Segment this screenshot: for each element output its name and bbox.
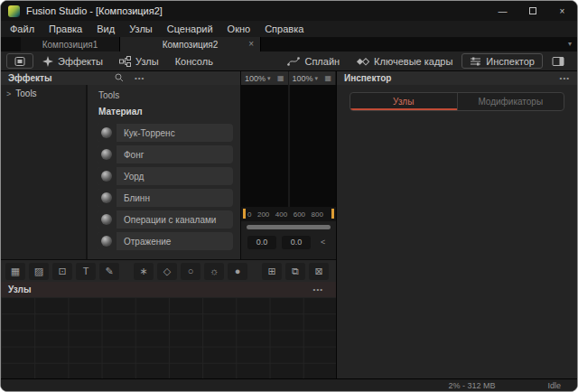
color-tool-icon[interactable]: ● <box>228 263 247 280</box>
tools-section-label: Материал <box>97 107 233 124</box>
tools-list-item-label: Фонг <box>117 150 144 160</box>
nodes-toolbar-button[interactable]: Узлы <box>112 53 166 69</box>
spline-toolbar-button[interactable]: Сплайн <box>280 53 347 69</box>
timeline-ruler[interactable]: 0200400600800 <box>241 207 336 221</box>
tab-close-icon[interactable]: × <box>248 40 254 49</box>
menu-item-4[interactable]: Узлы <box>122 23 160 34</box>
render-state-label: Idle <box>547 381 561 390</box>
window-controls: — × <box>488 1 577 21</box>
tools-list-item[interactable]: Фонг <box>97 145 233 163</box>
nodes-graph-icon <box>119 56 131 67</box>
render-range-start-marker[interactable] <box>243 209 246 219</box>
viewer-left-zoom-select[interactable]: 100% <box>245 74 266 83</box>
menu-item-2[interactable]: Правка <box>42 23 89 34</box>
layers-tool-icon-glyph: ⧉ <box>292 266 299 277</box>
menu-item-3[interactable]: Вид <box>89 23 122 34</box>
tools-list-item[interactable]: Блинн <box>97 189 233 207</box>
sphere-glyph <box>101 149 112 160</box>
console-toolbar-button[interactable]: Консоль <box>168 53 220 69</box>
composition-tab-1[interactable]: Композиция1 <box>21 37 120 51</box>
effects-panel: Эффекты ••• > Tools <box>1 71 240 259</box>
viewer-right-zoom-select[interactable]: 100% <box>293 74 313 83</box>
menu-item-7[interactable]: Справка <box>257 23 311 34</box>
text-tool-icon[interactable]: T <box>76 263 96 280</box>
tools-list-item-label: Отражение <box>117 237 171 247</box>
sphere-glyph <box>101 192 112 203</box>
viewer-headers: 100% ▾ ▦ 100% ▾ ▦ <box>241 71 336 85</box>
tools-list-item-label: Кук-Торренс <box>117 128 175 138</box>
close-icon: × <box>560 6 565 16</box>
end-time-field[interactable]: 0.0 <box>282 236 311 249</box>
tools-list-item[interactable]: Отражение <box>97 232 233 250</box>
chevron-right-icon: > <box>6 89 11 98</box>
transform-tool-icon-glyph: ⊠ <box>314 266 322 277</box>
tab-bar: Композиция1Композиция2× ▾ <box>1 37 577 51</box>
inspector-toolbar-button[interactable]: Инспектор <box>461 53 543 69</box>
material-sphere-icon <box>97 210 117 229</box>
tab-strip: Композиция1Композиция2× <box>21 37 261 51</box>
media-tool-icon[interactable]: ⊡ <box>52 263 72 280</box>
effects-toolbar-button[interactable]: Эффекты <box>35 53 110 69</box>
menu-item-1[interactable]: Файл <box>3 23 42 34</box>
viewer-right-options-icon[interactable]: ▦ <box>324 74 331 82</box>
tools-list-item[interactable]: Кук-Торренс <box>97 124 233 142</box>
viewer-right-canvas[interactable] <box>288 85 337 207</box>
status-bar: 2% - 312 MB Idle <box>1 378 577 391</box>
material-sphere-icon <box>97 189 117 207</box>
tools-list-item[interactable]: Операции с каналами <box>97 210 233 229</box>
particles-tool-icon[interactable]: ∗ <box>134 263 154 280</box>
particles-tool-icon-glyph: ∗ <box>139 266 147 277</box>
effects-panel-body: > Tools Tools Материал Кук-ТорренсФонгУо… <box>1 85 240 259</box>
polygon-mask-tool-icon[interactable]: ◇ <box>157 263 177 280</box>
keyframes-diamond-icon <box>356 56 369 67</box>
menu-item-5[interactable]: Сценарий <box>160 23 220 34</box>
render-range-end-marker[interactable] <box>331 209 334 219</box>
material-sphere-icon <box>97 124 117 142</box>
current-time-field[interactable]: 0.0 <box>247 236 276 249</box>
tools-list-item[interactable]: Уорд <box>97 167 233 185</box>
inspector-tabs: УзлыМодификаторы <box>350 92 564 111</box>
composition-tab-2[interactable]: Композиция2× <box>120 37 261 51</box>
viewer-left-options-icon[interactable]: ▦ <box>277 74 284 82</box>
nodes-menu-dots-icon[interactable]: ••• <box>313 285 329 294</box>
minimize-button[interactable]: — <box>488 1 517 21</box>
effects-menu-dots-icon[interactable]: ••• <box>135 74 144 82</box>
inspector-toolbar-label: Инспектор <box>486 56 535 67</box>
merge-tool-icon[interactable]: ⊞ <box>262 263 282 280</box>
menu-item-6[interactable]: Окно <box>220 23 258 34</box>
viewer-left-canvas[interactable] <box>241 85 288 207</box>
search-icon[interactable] <box>115 73 124 84</box>
paint-tool-icon[interactable]: ✎ <box>99 263 119 280</box>
inspector-tab-1[interactable]: Узлы <box>350 93 457 110</box>
minimize-icon: — <box>499 6 508 16</box>
media-tool-icon-glyph: ⊡ <box>58 266 66 277</box>
brightness-tool-icon[interactable]: ☼ <box>204 263 224 280</box>
tools-list-item-label: Уорд <box>117 172 144 182</box>
close-button[interactable]: × <box>547 1 577 21</box>
viewer-canvas <box>241 85 336 207</box>
right-panel-toggle-button[interactable] <box>545 53 572 69</box>
tool-strip: ▦▨⊡T✎∗◇○☼●⊞⧉⊠ <box>1 259 336 282</box>
background-tool-icon[interactable]: ▦ <box>5 263 25 280</box>
panel-toggle-button[interactable] <box>6 53 33 69</box>
collapse-left-icon[interactable]: < <box>321 238 325 247</box>
transform-tool-icon[interactable]: ⊠ <box>309 263 329 280</box>
sphere-glyph <box>101 214 112 225</box>
tab-overflow-chevron-icon[interactable]: ▾ <box>568 40 572 48</box>
tools-list-item-label: Операции с каналами <box>117 215 216 225</box>
timeline-scrollbar-thumb[interactable] <box>247 225 331 229</box>
effects-tree: > Tools <box>1 85 88 259</box>
inspector-menu-dots-icon[interactable]: ••• <box>560 74 570 82</box>
nodes-canvas[interactable] <box>1 297 336 378</box>
inspector-tab-2[interactable]: Модификаторы <box>457 93 564 110</box>
fastnoise-tool-icon[interactable]: ▨ <box>29 263 49 280</box>
keyframes-toolbar-button[interactable]: Ключевые кадры <box>349 53 460 69</box>
left-column: Эффекты ••• > Tools <box>1 71 337 378</box>
sphere-glyph <box>101 236 112 247</box>
layers-tool-icon[interactable]: ⧉ <box>285 263 305 280</box>
effects-toolbar-label: Эффекты <box>58 56 103 67</box>
ellipse-mask-tool-icon[interactable]: ○ <box>181 263 200 280</box>
maximize-button[interactable] <box>517 1 547 21</box>
tree-item-label: Tools <box>15 89 36 98</box>
tree-item-tools[interactable]: > Tools <box>1 85 86 102</box>
